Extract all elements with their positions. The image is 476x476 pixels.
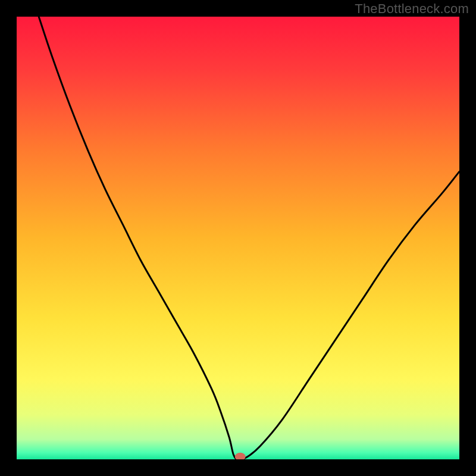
plot-area	[17, 17, 459, 459]
gradient-background	[17, 17, 459, 459]
chart-frame: TheBottleneck.com	[0, 0, 476, 476]
bottleneck-chart	[17, 17, 459, 459]
watermark-text: TheBottleneck.com	[355, 1, 469, 17]
